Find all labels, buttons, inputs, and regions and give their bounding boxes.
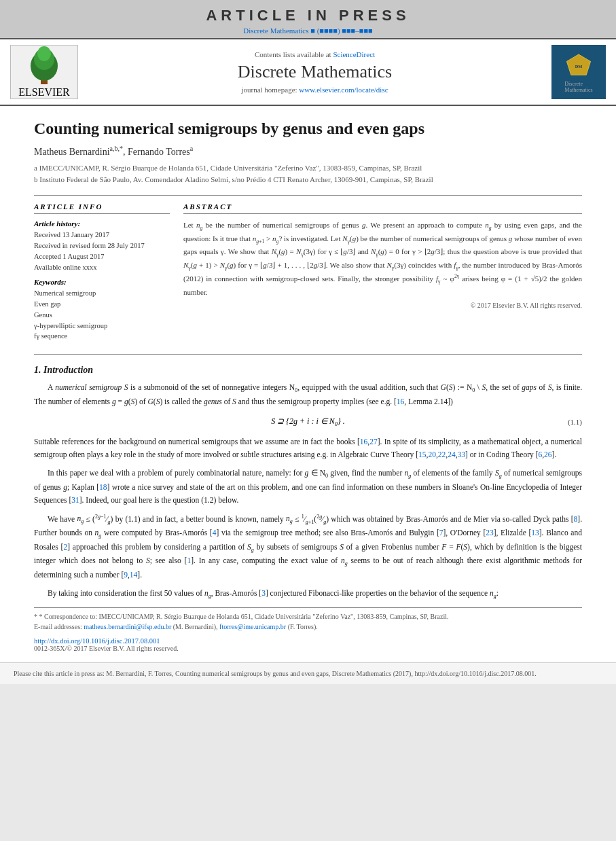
intro-para4: We have ng ≤ (2g−1⁄g) by (1.1) and in fa… [34,512,582,581]
ref-23[interactable]: 23 [486,529,494,537]
elsevier-tree-icon [17,46,71,86]
citation-bar: Please cite this article in press as: M.… [0,662,616,684]
dm-pentagon-icon: DM [565,52,592,79]
ref-27[interactable]: 27 [369,437,378,446]
footnote-divider [34,607,582,608]
footnote-person-2: (F. Torres). [288,623,318,630]
keyword-1: Numerical semigroup [34,288,170,299]
revised-date: Received in revised form 28 July 2017 [34,240,170,251]
journal-homepage: journal homepage: www.elsevier.com/locat… [92,86,538,94]
equation-1-content: S ⊇ {2g + i : i ∈ N0} . [271,416,345,427]
ref-2[interactable]: 2 [63,543,67,551]
elsevier-label: ELSEVIER [18,86,70,99]
ref-7[interactable]: 7 [439,529,443,537]
equation-1: S ⊇ {2g + i : i ∈ N0} . (1.1) [34,416,582,427]
keyword-2: Even gap [34,299,170,310]
svg-text:DM: DM [575,64,583,69]
aip-title: ARTICLE IN PRESS [0,7,616,24]
ref-31[interactable]: 31 [71,496,79,504]
sciencedirect-link[interactable]: ScienceDirect [333,50,375,58]
ref-1[interactable]: 1 [187,556,191,565]
author-fernando: Fernando Torresa [128,147,193,157]
equation-1-number: (1.1) [568,418,582,426]
page-wrapper: ARTICLE IN PRESS Discrete Mathematics ■ … [0,0,616,684]
article-info: ARTICLE INFO Article history: Received 1… [34,202,170,347]
footnote-person-1: (M. Bernardini), [173,623,218,630]
doi-copyright: 0012-365X/© 2017 Elsevier B.V. All right… [34,645,582,652]
section-title: Introduction [43,365,93,375]
keyword-3: Genus [34,310,170,321]
article-title: Counting numerical semigroups by genus a… [34,120,582,138]
ref-16-2[interactable]: 16 [360,437,368,446]
intro-para3: In this paper we deal with a problem of … [34,467,582,507]
journal-header: ELSEVIER Contents lists available at Sci… [0,38,616,106]
ref-8[interactable]: 8 [574,514,578,522]
abstract-heading: ABSTRACT [183,202,582,214]
ref-14[interactable]: 14 [130,571,138,579]
homepage-text: journal homepage: [241,86,297,94]
aip-banner: ARTICLE IN PRESS Discrete Mathematics ■ … [0,0,616,38]
ref-22[interactable]: 22 [438,450,446,459]
footnote-correspondence: * Correspondence to: IMECC/UNICAMP, R. S… [39,613,449,620]
ref-15[interactable]: 15 [418,450,427,459]
elsevier-logo: ELSEVIER [10,45,78,99]
article-info-abstract: ARTICLE INFO Article history: Received 1… [34,195,582,355]
authors: Matheus Bernardinia,b,*, Fernando Torres… [34,145,582,158]
abstract-section: ABSTRACT Let ng be the number of numeric… [183,202,582,347]
journal-title-text: Discrete Mathematics [92,62,538,82]
elements-of-the-family: elements of the family [422,469,492,477]
keywords-section: Keywords: Numerical semigroup Even gap G… [34,278,170,342]
received-date: Received 13 January 2017 [34,230,170,240]
affiliation-b: b Instituto Federal de São Paulo, Av. Co… [34,175,582,185]
ref-24[interactable]: 24 [448,450,456,459]
homepage-link[interactable]: www.elsevier.com/locate/disc [299,86,388,94]
section-1-heading: 1. Introduction [34,365,582,376]
affiliation-a: a IMECC/UNICAMP, R. Sérgio Buarque de Ho… [34,163,582,173]
ref-6[interactable]: 6 [538,450,542,459]
ref-20[interactable]: 20 [428,450,436,459]
footnote: * * Correspondence to: IMECC/UNICAMP, R.… [34,611,582,632]
ref-16[interactable]: 16 [397,397,405,406]
article-history: Article history: Received 13 January 201… [34,219,170,272]
intro-para5: By taking into consideration the first 5… [34,587,582,601]
available-date: Available online xxxx [34,262,170,273]
abstract-copyright: © 2017 Elsevier B.V. All rights reserved… [183,302,582,309]
intro-para2: Suitable references for the background o… [34,435,582,461]
abstract-text: Let ng be the number of numerical semigr… [183,219,582,298]
article-info-heading: ARTICLE INFO [34,202,170,214]
section-number: 1. [34,365,41,375]
citation-text: Please cite this article in press as: M.… [14,670,537,677]
aip-journal-text: Discrete Mathematics ■ (■■■■) ■■■–■■■ [243,26,372,35]
affiliations: a IMECC/UNICAMP, R. Sérgio Buarque de Ho… [34,163,582,185]
ref-3[interactable]: 3 [261,589,266,597]
keyword-5: fγ sequence [34,331,170,342]
aip-journal: Discrete Mathematics ■ (■■■■) ■■■–■■■ [0,26,616,35]
ref-9[interactable]: 9 [124,571,128,579]
ref-18[interactable]: 18 [99,483,107,491]
contents-line: Contents lists available at ScienceDirec… [92,50,538,58]
keywords-heading: Keywords: [34,278,170,286]
doi-section: http://dx.doi.org/10.1016/j.disc.2017.08… [34,637,582,652]
accepted-date: Accepted 1 August 2017 [34,251,170,262]
journal-center: Contents lists available at ScienceDirec… [92,50,538,94]
contents-text: Contents lists available at [255,50,331,58]
and-text: and [358,247,369,255]
svg-point-3 [37,46,51,61]
ref-4[interactable]: 4 [213,529,217,537]
intro-para1: A numerical semigroup S is a submonoid o… [34,381,582,408]
ref-33[interactable]: 33 [458,450,466,459]
author-matheus: Matheus Bernardinia,b,* [34,147,123,157]
footnote-email-label: E-mail addresses: [34,623,82,630]
doi-link[interactable]: http://dx.doi.org/10.1016/j.disc.2017.08… [34,637,582,645]
history-heading: Article history: [34,219,170,228]
keyword-4: γ-hyperelliptic semigroup [34,321,170,332]
dm-label: DiscreteMathematics [564,81,592,93]
journal-right-logo: DM DiscreteMathematics [551,45,606,99]
ref-13[interactable]: 13 [531,529,539,537]
email-link-2[interactable]: ftorres@ime.unicamp.br [219,623,286,630]
email-link-1[interactable]: matheus.bernardini@ifsp.edu.br [84,623,171,630]
footnote-star: * [34,613,39,620]
ref-26[interactable]: 26 [544,450,552,459]
main-content: Counting numerical semigroups by genus a… [0,106,616,662]
